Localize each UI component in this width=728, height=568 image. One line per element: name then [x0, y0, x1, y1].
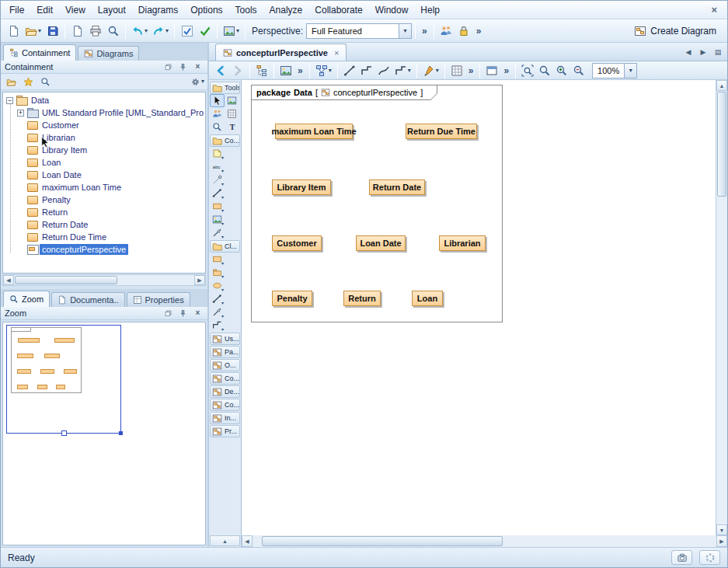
redo-icon[interactable]: ▾ — [150, 22, 171, 40]
menu-analyze[interactable]: Analyze — [263, 2, 309, 19]
tree-scroll-thumb[interactable] — [15, 276, 117, 284]
undo-icon[interactable]: ▾ — [129, 22, 150, 40]
minimap-view-rect[interactable] — [6, 325, 121, 434]
menu-help[interactable]: Help — [414, 2, 446, 19]
save-as-image-icon[interactable]: ▾ — [221, 22, 242, 40]
line-tool-icon[interactable]: ▾ — [210, 186, 225, 200]
class-return-date[interactable]: Return Date — [369, 179, 425, 195]
palette-section-deployment[interactable]: De... — [210, 385, 240, 398]
tree-item-data[interactable]: −Data — [3, 94, 205, 106]
zoom-float-window-icon[interactable] — [162, 308, 174, 319]
magnifier-tool-icon[interactable] — [210, 120, 225, 134]
tree-item-librarian[interactable]: Librarian — [3, 131, 205, 144]
tree-item-concepturlperspective[interactable]: concepturlPerspective — [3, 243, 205, 256]
zoom-in-icon[interactable] — [553, 63, 570, 78]
oblique-path-icon[interactable] — [341, 63, 358, 78]
dependency-tool-icon[interactable]: ▾ — [210, 226, 225, 239]
rectangle-tool-icon[interactable]: ▾ — [210, 200, 225, 213]
menu-options[interactable]: Options — [184, 2, 228, 19]
containment-close-icon[interactable]: × — [192, 62, 204, 72]
settings-gear-icon[interactable]: ▾ — [190, 75, 205, 89]
canvas-horizontal-scrollbar[interactable]: ◀ ▶ — [242, 535, 727, 547]
menu-edit[interactable]: Edit — [30, 2, 59, 19]
prev-diagram-icon[interactable]: ◀ — [682, 46, 695, 58]
class-loan[interactable]: Loan — [412, 291, 443, 306]
open-project-icon[interactable]: ▾ — [23, 22, 44, 40]
tree-item-customer[interactable]: Customer — [3, 119, 205, 131]
expand-icon[interactable]: + — [17, 110, 24, 117]
zoom-region-icon[interactable] — [536, 63, 553, 78]
favorites-icon[interactable] — [20, 75, 36, 89]
next-diagram-icon[interactable]: ▶ — [697, 46, 709, 58]
palette-tools-header[interactable]: Tools — [210, 82, 240, 94]
tab-containment[interactable]: Containment — [3, 44, 76, 61]
tree-item-uml-standard-profile-uml-standard-pro[interactable]: +UML Standard Profile [UML_Standard_Pro — [3, 106, 205, 119]
tree-item-loan[interactable]: Loan — [3, 156, 205, 169]
palette-section-profile-diagram[interactable]: Pr... — [210, 425, 240, 437]
palette-section-composite-structure[interactable]: Co... — [210, 372, 240, 385]
collaborate-users-icon[interactable] — [437, 22, 455, 40]
zoom-pin-icon[interactable] — [177, 308, 189, 319]
menu-tools[interactable]: Tools — [229, 2, 263, 19]
generalization-tool-icon[interactable]: ▾ — [210, 305, 225, 319]
menu-layout[interactable]: Layout — [92, 2, 132, 19]
collapse-icon[interactable]: − — [6, 97, 13, 104]
canvas-scroll-thumb[interactable] — [262, 536, 503, 546]
tab-properties[interactable]: Properties — [127, 292, 190, 307]
tree-item-library-item[interactable]: Library Item — [3, 144, 205, 156]
toolbar-overflow-icon[interactable]: » — [294, 65, 306, 76]
format-painter-icon[interactable]: ▾ — [420, 63, 441, 78]
bezier-path-icon[interactable] — [375, 63, 392, 78]
palette-section-communication[interactable]: Co... — [210, 399, 240, 411]
text-box-tool-icon[interactable]: ▾ — [210, 160, 225, 173]
fit-in-window-icon[interactable] — [519, 63, 536, 78]
toolbar-overflow-icon[interactable]: » — [465, 65, 477, 76]
show-containment-icon[interactable] — [253, 63, 270, 78]
menu-file[interactable]: File — [3, 2, 30, 19]
scroll-right-icon[interactable]: ▶ — [716, 535, 727, 547]
package-tool-icon[interactable]: ▾ — [210, 266, 225, 279]
back-icon[interactable] — [212, 63, 229, 78]
open-in-new-tree-icon[interactable] — [3, 75, 19, 89]
interface-tool-icon[interactable]: ▾ — [210, 279, 225, 292]
class-penalty[interactable]: Penalty — [272, 291, 312, 306]
class-library-item[interactable]: Library Item — [272, 179, 331, 195]
image-shape-tool-icon[interactable]: ▾ — [210, 213, 225, 226]
menu-view[interactable]: View — [59, 2, 92, 19]
zoom-out-icon[interactable] — [570, 63, 587, 78]
windows-icon[interactable] — [483, 63, 500, 78]
minimap-resize-handle[interactable] — [61, 430, 67, 436]
text-tool-icon[interactable] — [225, 120, 239, 134]
check-spelling-icon[interactable] — [196, 22, 214, 40]
toolbar-overflow-icon[interactable]: » — [473, 26, 485, 37]
rectilinear-path-icon[interactable] — [358, 63, 375, 78]
association-tool-icon[interactable]: ▾ — [210, 292, 225, 305]
quick-filter-icon[interactable] — [37, 75, 53, 89]
new-project-icon[interactable] — [5, 22, 23, 40]
show-grid-icon[interactable] — [448, 63, 465, 78]
print-icon[interactable] — [86, 22, 104, 40]
swimlane-tool-icon[interactable] — [225, 107, 239, 120]
class-customer[interactable]: Customer — [272, 235, 322, 251]
class-maximum-loan-time[interactable]: maximum Loan Time — [275, 124, 353, 139]
actor-tool-icon[interactable] — [210, 107, 225, 120]
forward-icon[interactable] — [229, 63, 246, 78]
containment-tree[interactable]: −Data+UML Standard Profile [UML_Standard… — [2, 92, 206, 274]
collaboration-status-icon[interactable] — [671, 550, 692, 565]
tab-diagrams[interactable]: Diagrams — [78, 46, 139, 61]
containment-pin-icon[interactable] — [177, 62, 189, 72]
palette-section-use-case[interactable]: Us... — [210, 333, 240, 345]
window-close-icon[interactable]: × — [703, 4, 725, 16]
tree-item-return-due-time[interactable]: Return Due Time — [3, 231, 205, 243]
composition-tool-icon[interactable]: ▾ — [210, 319, 225, 332]
zoom-close-icon[interactable]: × — [192, 308, 204, 319]
tab-zoom[interactable]: Zoom — [3, 291, 50, 307]
containment-float-window-icon[interactable] — [162, 62, 174, 72]
scroll-left-icon[interactable]: ◀ — [242, 535, 253, 547]
document-icon[interactable] — [68, 22, 86, 40]
tab-list-icon[interactable]: ▤ — [712, 46, 724, 58]
save-project-icon[interactable] — [44, 22, 61, 40]
scroll-down-icon[interactable]: ▼ — [716, 524, 727, 535]
validate-icon[interactable] — [178, 22, 196, 40]
palette-section-object-diagram[interactable]: O... — [210, 359, 240, 371]
